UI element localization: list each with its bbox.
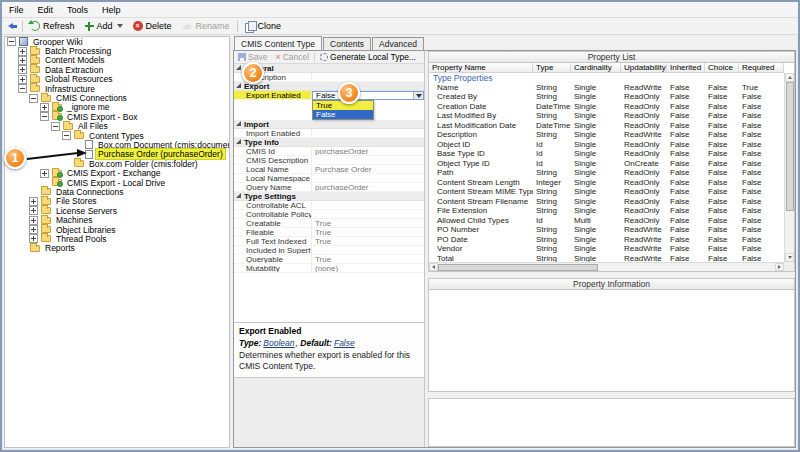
generate-local-type-button[interactable]: Generate Local Type... (316, 51, 420, 63)
tree-item[interactable]: Infrastructure (5, 84, 229, 93)
tree-item[interactable]: Thread Pools (5, 234, 229, 243)
tree-item[interactable]: _ignore me (5, 103, 229, 112)
menu-tools[interactable]: Tools (60, 2, 95, 17)
grid-section-row[interactable]: Export (234, 82, 424, 91)
grid-item-row[interactable]: FileableTrue (234, 228, 424, 237)
scrollbar-thumb[interactable] (438, 264, 598, 271)
column-header-required[interactable]: Required (739, 63, 784, 72)
expand-icon[interactable] (40, 169, 49, 178)
column-header-cardinality[interactable]: Cardinality (571, 63, 621, 72)
tree-item[interactable]: License Servers (5, 206, 229, 215)
column-header-inherited[interactable]: Inherited (667, 63, 705, 72)
collapse-icon[interactable] (62, 131, 71, 140)
property-row[interactable]: Content Stream LengthIntegerSingleReadOn… (429, 178, 784, 188)
collapse-icon[interactable] (18, 84, 27, 93)
back-icon[interactable] (7, 21, 18, 32)
grid-item-row[interactable]: Full Text IndexedTrue (234, 237, 424, 246)
grid-section-row[interactable]: Import (234, 120, 424, 129)
menu-file[interactable]: File (2, 2, 31, 17)
property-row[interactable]: Content Stream FilenameStringSingleReadO… (429, 197, 784, 207)
property-row[interactable]: Last Modification DateDateTimeSingleRead… (429, 121, 784, 131)
property-row[interactable]: NameStringSingleReadWriteFalseFalseTrue (429, 83, 784, 93)
tree-item[interactable]: CMIS Connections (5, 93, 229, 102)
collapse-icon[interactable] (40, 112, 49, 121)
add-button[interactable]: Add (80, 18, 128, 34)
scroll-down-icon[interactable] (785, 253, 794, 262)
property-row[interactable]: Created ByStringSingleReadOnlyFalseFalse… (429, 92, 784, 102)
expand-icon[interactable] (18, 65, 27, 74)
grid-section-row[interactable]: Type Info (234, 138, 424, 147)
grid-item-row[interactable]: Local Namespace (234, 174, 424, 183)
property-group-row[interactable]: Type Properties (429, 73, 784, 83)
delete-button[interactable]: Delete (128, 18, 177, 34)
tree-item[interactable]: Content Models (5, 56, 229, 65)
property-row[interactable]: Object IDIdSingleReadOnlyFalseFalseFalse (429, 140, 784, 150)
property-row[interactable]: Last Modified ByStringSingleReadOnlyFals… (429, 111, 784, 121)
expand-icon[interactable] (18, 56, 27, 65)
rename-button[interactable]: Rename (177, 18, 235, 34)
property-row[interactable]: PO DateStringSingleReadWriteFalseFalseFa… (429, 235, 784, 245)
menu-edit[interactable]: Edit (31, 2, 61, 17)
collapse-icon[interactable] (29, 94, 38, 103)
property-row[interactable]: Creation DateDateTimeSingleReadOnlyFalse… (429, 102, 784, 112)
property-row[interactable]: PathStringSingleReadOnlyFalseFalseFalse (429, 168, 784, 178)
grid-item-row[interactable]: Controllable Policy (234, 210, 424, 219)
tree-item[interactable]: File Stores (5, 197, 229, 206)
property-row[interactable]: DescriptionStringSingleReadWriteFalseFal… (429, 130, 784, 140)
tree-item[interactable]: All Files (5, 122, 229, 131)
expand-icon[interactable] (29, 197, 38, 206)
column-header-type[interactable]: Type (533, 63, 571, 72)
property-row[interactable]: VendorStringSingleReadWriteFalseFalseFal… (429, 244, 784, 254)
grid-item-row[interactable]: Local NamePurchase Order (234, 165, 424, 174)
tree-item[interactable]: Object Libraries (5, 225, 229, 234)
grid-item-row[interactable]: QueryableTrue (234, 255, 424, 264)
tree-item[interactable]: Content Types (5, 131, 229, 140)
tree-item[interactable]: Batch Processing (5, 46, 229, 55)
dropdown-button[interactable] (413, 92, 423, 99)
scroll-up-icon[interactable] (785, 73, 794, 82)
collapse-icon[interactable] (51, 122, 60, 131)
grid-item-row[interactable]: Controllable ACL (234, 201, 424, 210)
grid-item-row[interactable]: Export EnabledFalse (234, 91, 424, 100)
column-header-choice[interactable]: Choice (705, 63, 739, 72)
property-row[interactable]: Base Type IDIdSingleReadOnlyFalseFalseFa… (429, 149, 784, 159)
property-row[interactable]: Object Type IDIdSingleOnCreateFalseFalse… (429, 159, 784, 169)
tree-item[interactable]: CMIS Export - Exchange (5, 168, 229, 177)
type-link[interactable]: Boolean (263, 338, 294, 348)
refresh-button[interactable]: Refresh (25, 18, 80, 34)
grid-section-row[interactable]: Type Settings (234, 192, 424, 201)
clone-button[interactable]: Clone (240, 18, 287, 34)
expand-icon[interactable] (29, 225, 38, 234)
column-header-property-name[interactable]: Property Name (429, 63, 533, 72)
expand-icon[interactable] (18, 47, 27, 56)
tree-item[interactable]: Global Resources (5, 75, 229, 84)
dropdown-option-false[interactable]: False (312, 110, 374, 120)
grid-item-row[interactable]: CMIS Description (234, 156, 424, 165)
scroll-right-icon[interactable] (775, 263, 784, 271)
tab-advanced[interactable]: Advanced (372, 37, 424, 50)
default-link[interactable]: False (334, 338, 355, 348)
expand-icon[interactable] (29, 216, 38, 225)
property-row[interactable]: File ExtensionStringSingleReadOnlyFalseF… (429, 206, 784, 216)
tab-cmis-content-type[interactable]: CMIS Content Type (234, 36, 322, 50)
expand-icon[interactable] (29, 206, 38, 215)
scrollbar-thumb[interactable] (786, 82, 794, 211)
property-row[interactable]: Content Stream MIME TypeStringSingleRead… (429, 187, 784, 197)
property-row[interactable]: PO NumberStringSingleReadWriteFalseFalse… (429, 225, 784, 235)
tree-item[interactable]: CMIS Export - Local Drive (5, 178, 229, 187)
grid-item-row[interactable]: Mutability(none) (234, 264, 424, 273)
grid-item-row[interactable]: Included in Supertype Que (234, 246, 424, 255)
tab-contents[interactable]: Contents (323, 37, 371, 50)
property-row[interactable]: TotalStringSingleReadWriteFalseFalseFals… (429, 254, 784, 263)
tree-item[interactable]: Machines (5, 215, 229, 224)
tree-item[interactable]: Data Connections (5, 187, 229, 196)
tree-item[interactable]: Reports (5, 244, 229, 253)
grid-item-row[interactable]: CreatableTrue (234, 219, 424, 228)
grid-item-row[interactable]: CMIS IdpurchaseOrder (234, 147, 424, 156)
menu-help[interactable]: Help (95, 2, 128, 17)
cancel-button[interactable]: Cancel (271, 51, 313, 63)
property-row[interactable]: Allowed Child TypesIdMultiReadOnlyFalseF… (429, 216, 784, 226)
expand-icon[interactable] (40, 103, 49, 112)
scroll-left-icon[interactable] (429, 263, 438, 271)
collapse-icon[interactable] (7, 37, 16, 46)
